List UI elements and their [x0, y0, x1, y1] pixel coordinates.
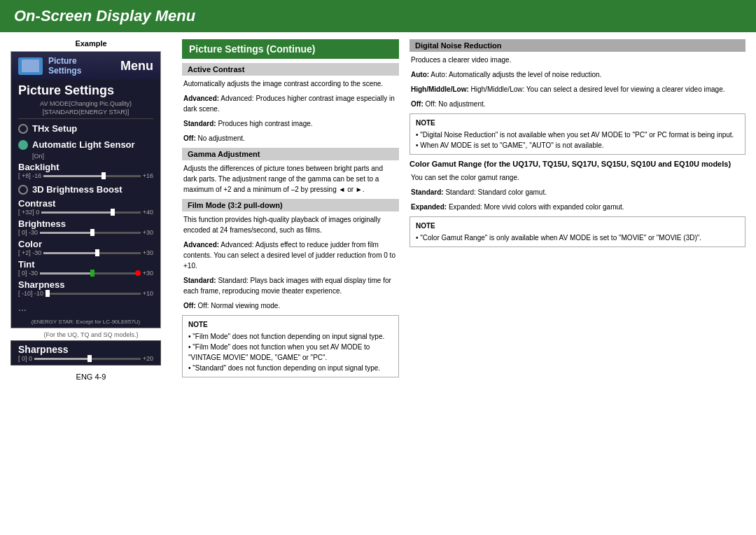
middle-column: Picture Settings (Continue) Active Contr… [182, 39, 399, 388]
auto-bold: Auto: [411, 71, 429, 78]
tv-picture-title: Picture Settings [11, 80, 160, 100]
for-models-note: (For the UQ, TQ and SQ models.) [10, 331, 172, 338]
expanded-bold: Expanded: [411, 203, 447, 211]
note-header: NOTE [188, 319, 393, 330]
sharpness2-title: Sharpness [18, 344, 153, 355]
film-mode-intro: This function provides high-quality play… [182, 214, 399, 235]
brightness-slider: [ 0] -30 +30 [18, 229, 153, 236]
advanced-bold2: Advanced: [183, 241, 219, 249]
color-gamut-standard: Standard: Standard: Standard color gamut… [410, 187, 746, 197]
sharpness-box: Sharpness [ 0] 0 +20 [10, 340, 161, 366]
circle-icon [18, 185, 28, 195]
list-item: 3D Brightness Boost [11, 181, 160, 197]
list-item: "Film Mode" does not function depending … [188, 331, 393, 342]
slider-bar [43, 175, 140, 177]
more-icon-row: ... [11, 299, 160, 316]
right-column: Digital Noise Reduction Produces a clear… [410, 39, 746, 388]
backlight-label: Backlight [18, 162, 153, 172]
brightness-label: Brightness [18, 218, 153, 229]
slider-fill [43, 252, 94, 254]
color-gamut-note-list: "Color Gamut Range" is only available wh… [416, 232, 739, 243]
slider-bar [40, 232, 141, 234]
slider-fill [40, 272, 90, 275]
note-list: "Film Mode" does not function depending … [188, 331, 393, 373]
tv-screen-icon [22, 60, 39, 72]
slider-bar [40, 272, 141, 275]
page-number: ENG 4-9 [10, 366, 172, 388]
list-item: When AV MODE is set to "GAME", "AUTO" is… [416, 140, 739, 151]
off-bold: Off: [183, 134, 196, 142]
als-sub: [On] [11, 153, 160, 161]
film-mode-off: Off: Off: Normal viewing mode. [182, 300, 399, 311]
contrast-label: Contrast [18, 198, 153, 209]
circle-icon [18, 124, 28, 134]
tint-label: Tint [18, 259, 153, 270]
slider-fill [40, 232, 90, 234]
picture-settings-continue-header: Picture Settings (Continue) [182, 39, 399, 59]
note-header2: NOTE [416, 118, 739, 128]
dnr-high: High/Middle/Low: High/Middle/Low: You ca… [410, 84, 746, 95]
sharpness-label: Sharpness [18, 279, 153, 290]
leaf-icon [18, 140, 28, 150]
page-title: On-Screen Display Menu [14, 7, 742, 25]
slider-fill [43, 175, 102, 177]
list-item: THx Setup [11, 120, 160, 137]
slider-fill [41, 211, 111, 214]
list-item: "Digital Noise Reduction" is not availab… [416, 130, 739, 140]
standard-bold: Standard: [183, 120, 216, 127]
contrast-slider: [ +32] 0 +40 [18, 209, 153, 216]
dnr-off: Off: Off: No adjustment. [410, 99, 746, 109]
tint-red-dot [135, 270, 141, 276]
active-contrast-standard: Standard: Produces high contrast image. [182, 118, 399, 129]
list-item: "Film Mode" does not function when you s… [188, 342, 393, 363]
slider-thumb [90, 270, 94, 277]
tv-av-mode-value: [STANDARD(ENERGY STAR)] [11, 109, 160, 117]
standard-bold3: Standard: [411, 188, 444, 196]
off-bold3: Off: [411, 100, 424, 108]
dnr-note-list: "Digital Noise Reduction" is not availab… [416, 130, 739, 151]
slider-fill [34, 358, 88, 360]
menu-subtitle-line2: Settings [48, 66, 81, 76]
list-item: Sharpness [ -10] -10 +10 [11, 279, 160, 299]
dnr-auto: Auto: Auto: Automatically adjusts the le… [410, 69, 746, 80]
color-slider: [ +2] -30 +30 [18, 249, 153, 256]
note-header3: NOTE [416, 221, 739, 231]
color-gamut-intro: You can set the color gamut range. [410, 172, 746, 183]
slider-bar [46, 293, 141, 295]
standard-bold2: Standard: [183, 277, 216, 284]
3d-brightness-label: 3D Brightness Boost [32, 184, 122, 195]
advanced-bold: Advanced: [183, 95, 219, 102]
backlight-slider: [ +8] -16 +16 [18, 172, 153, 179]
slider-thumb [46, 290, 50, 297]
menu-subtitle-line1: Picture [48, 56, 77, 66]
main-content: Example Picture Settings Menu Picture Se… [0, 32, 756, 395]
list-item: Tint [ 0] -30 +30 [11, 258, 160, 279]
energy-note: (ENERGY STAR: Except for LC-90LE657U) [11, 316, 160, 328]
film-mode-advanced: Advanced: Advanced: Adjusts effect to re… [182, 239, 399, 271]
dnr-header: Digital Noise Reduction [410, 39, 746, 52]
slider-thumb [90, 229, 94, 236]
slider-thumb [88, 355, 92, 362]
slider-bar [41, 211, 140, 214]
gamma-text: Adjusts the differences of picture tones… [182, 163, 399, 195]
menu-word: Menu [120, 59, 153, 74]
dnr-note: NOTE "Digital Noise Reduction" is not av… [410, 113, 746, 155]
left-column: Example Picture Settings Menu Picture Se… [10, 39, 172, 388]
list-item: Brightness [ 0] -30 +30 [11, 218, 160, 238]
thx-label: THx Setup [32, 123, 77, 134]
list-item: Color [ +2] -30 +30 [11, 238, 160, 258]
tv-av-mode: AV MODE(Changing Pic.Quality) [11, 100, 160, 109]
color-gamut-note: NOTE "Color Gamut Range" is only availab… [410, 216, 746, 247]
tv-menu-image: Picture Settings Menu Picture Settings A… [10, 51, 161, 328]
sharpness2-slider: [ 0] 0 +20 [18, 355, 153, 362]
active-contrast-off: Off: No adjustment. [182, 133, 399, 144]
color-gamut-expanded: Expanded: Expanded: More vivid colors wi… [410, 202, 746, 212]
slider-thumb [102, 172, 106, 179]
more-icon: ... [18, 302, 27, 313]
slider-thumb [111, 209, 115, 216]
list-item: "Standard" does not function depending o… [188, 363, 393, 373]
example-label: Example [10, 39, 172, 48]
tv-menu-header: Picture Settings Menu [11, 52, 160, 80]
film-mode-header: Film Mode (3:2 pull-down) [182, 199, 399, 211]
list-item: "Color Gamut Range" is only available wh… [416, 232, 739, 243]
